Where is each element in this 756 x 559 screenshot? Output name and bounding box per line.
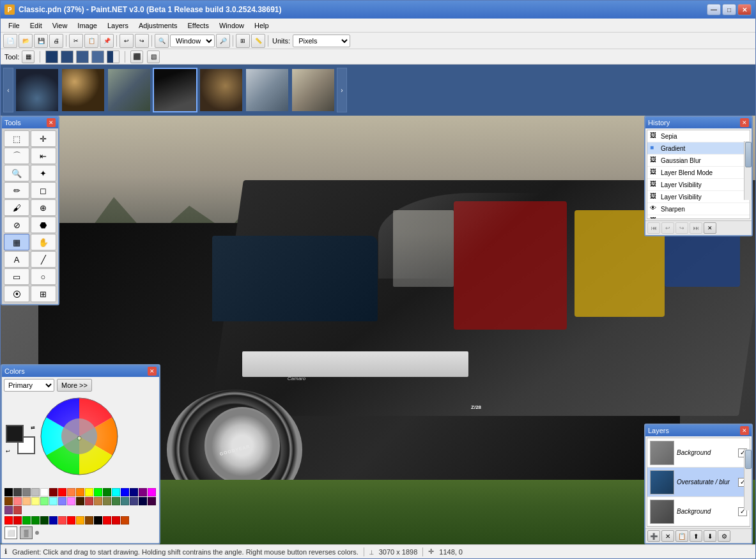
layer-background-bottom[interactable]: Background ✓ bbox=[647, 497, 750, 526]
extra-swatch-10[interactable] bbox=[85, 516, 93, 525]
foreground-color-box[interactable] bbox=[6, 425, 24, 443]
thumb-next-button[interactable]: › bbox=[337, 68, 347, 112]
swatch-cyan[interactable] bbox=[112, 488, 120, 496]
layers-scrollbar-thumb[interactable] bbox=[745, 450, 752, 469]
menu-edit[interactable]: Edit bbox=[25, 20, 47, 31]
magic-wand-tool[interactable]: ✦ bbox=[31, 165, 56, 181]
extra-swatch-12[interactable] bbox=[103, 516, 111, 525]
history-undo-button[interactable]: ↩ bbox=[661, 222, 674, 234]
extra-swatch-6[interactable] bbox=[49, 516, 58, 525]
extra-swatch-3[interactable] bbox=[22, 516, 31, 525]
print-button[interactable]: 🖨 bbox=[49, 34, 63, 48]
history-first-button[interactable]: ⏮ bbox=[647, 222, 660, 234]
swatch-gray[interactable] bbox=[22, 488, 31, 496]
color-mode-dropdown[interactable]: Primary Secondary bbox=[4, 379, 54, 392]
swatch-darkbrown[interactable] bbox=[76, 497, 84, 505]
hand-tool[interactable]: ✋ bbox=[31, 234, 56, 250]
menu-layers[interactable]: Layers bbox=[102, 20, 134, 31]
zoom-out-button[interactable]: 🔍 bbox=[155, 34, 169, 48]
redo-button[interactable]: ↪ bbox=[135, 34, 149, 48]
thumbnail-7[interactable] bbox=[291, 68, 336, 112]
more-colors-button[interactable]: More >> bbox=[57, 379, 92, 392]
swatch-darkred[interactable] bbox=[49, 488, 58, 496]
units-dropdown[interactable]: Pixels Inches Centimeters bbox=[293, 34, 350, 47]
menu-file[interactable]: File bbox=[3, 20, 25, 31]
layer-oversaturate[interactable]: Oversaturate / blur ✓ bbox=[647, 468, 750, 497]
close-button[interactable]: ✕ bbox=[737, 4, 752, 15]
swatch-olivegreen[interactable] bbox=[112, 497, 120, 505]
blend-square-4[interactable] bbox=[91, 50, 104, 63]
history-item-layername1[interactable]: 🖼 Layer Name bbox=[647, 215, 750, 219]
history-scrollbar-thumb[interactable] bbox=[745, 142, 752, 167]
extra-swatch-11[interactable] bbox=[94, 516, 102, 525]
swatch-midnight[interactable] bbox=[139, 497, 147, 505]
menu-help[interactable]: Help bbox=[249, 20, 274, 31]
color-picker-tool[interactable]: ⦿ bbox=[4, 286, 29, 302]
layers-scrollbar[interactable] bbox=[744, 449, 752, 510]
swatch-lime[interactable] bbox=[94, 488, 102, 496]
paintbrush-tool[interactable]: 🖌 bbox=[4, 199, 29, 216]
layer-properties-button[interactable]: ⚙ bbox=[718, 530, 730, 542]
swap-colors-button[interactable]: ⇄ bbox=[31, 425, 35, 431]
history-item-sharpen[interactable]: 👁 Sharpen bbox=[647, 203, 750, 215]
copy-button[interactable]: 📋 bbox=[84, 34, 98, 48]
clone-stamp-tool[interactable]: ⊕ bbox=[31, 199, 56, 216]
duplicate-layer-button[interactable]: 📋 bbox=[675, 530, 688, 542]
history-clear-button[interactable]: ✕ bbox=[704, 222, 716, 234]
swatch-lightblue[interactable] bbox=[58, 497, 66, 505]
swatch-crimson[interactable] bbox=[13, 506, 22, 514]
swatch-teal[interactable] bbox=[121, 497, 129, 505]
thumbnail-5[interactable] bbox=[199, 68, 243, 112]
minimize-button[interactable]: — bbox=[707, 4, 721, 15]
text-tool[interactable]: A bbox=[4, 251, 29, 268]
move-layer-down-button[interactable]: ⬇ bbox=[704, 530, 716, 542]
zoom-tool[interactable]: 🔍 bbox=[4, 165, 29, 181]
thumbnail-6[interactable] bbox=[245, 68, 289, 112]
rectangle-select-tool[interactable]: ⬚ bbox=[4, 130, 29, 147]
swatch-darkgray[interactable] bbox=[13, 488, 22, 496]
menu-effects[interactable]: Effects bbox=[183, 20, 214, 31]
layer-background-top[interactable]: Background ✓ bbox=[647, 438, 750, 468]
extra-swatch-8[interactable] bbox=[67, 516, 75, 525]
swatch-black[interactable] bbox=[4, 488, 13, 496]
fill-tool[interactable]: ⬣ bbox=[31, 217, 56, 233]
blend-square-2[interactable] bbox=[61, 50, 73, 63]
swatch-white[interactable] bbox=[40, 488, 49, 496]
tools-close-button[interactable]: ✕ bbox=[47, 118, 56, 127]
history-item-sepia[interactable]: 🖼 Sepia bbox=[647, 130, 750, 142]
thumbnail-1[interactable] bbox=[15, 68, 59, 112]
blend-square-3[interactable] bbox=[76, 50, 89, 63]
history-close-button[interactable]: ✕ bbox=[740, 118, 749, 127]
extra-swatch-13[interactable] bbox=[112, 516, 120, 525]
color-wheel-container[interactable] bbox=[38, 395, 127, 484]
swatch-darkpurple[interactable] bbox=[148, 497, 156, 505]
extra-swatch-2[interactable] bbox=[13, 516, 22, 525]
lasso-tool[interactable]: ⌒ bbox=[4, 148, 29, 164]
history-item-visibility2[interactable]: 🖼 Layer Visibility bbox=[647, 191, 750, 203]
swatch-yellow[interactable] bbox=[85, 488, 93, 496]
add-layer-button[interactable]: ➕ bbox=[647, 530, 660, 542]
mode-button[interactable]: ⬛ bbox=[130, 50, 143, 63]
history-last-button[interactable]: ⏭ bbox=[690, 222, 702, 234]
ruler-button[interactable]: 📏 bbox=[251, 34, 265, 48]
swatch-red[interactable] bbox=[58, 488, 66, 496]
transparency-button[interactable]: ▒ bbox=[20, 526, 33, 539]
cut-button[interactable]: ✂ bbox=[69, 34, 83, 48]
gradient-tool[interactable]: ▦ bbox=[4, 234, 29, 250]
move-tool[interactable]: ✛ bbox=[31, 130, 56, 147]
menu-image[interactable]: Image bbox=[72, 20, 102, 31]
swatch-lightyellow[interactable] bbox=[31, 497, 40, 505]
history-scrollbar[interactable] bbox=[744, 141, 752, 200]
swatch-blue[interactable] bbox=[121, 488, 129, 496]
menu-view[interactable]: View bbox=[47, 20, 73, 31]
extra-swatch-9[interactable] bbox=[76, 516, 84, 525]
grid-button[interactable]: ⊞ bbox=[236, 34, 250, 48]
blend-square-1[interactable] bbox=[45, 50, 58, 63]
color-outline-button[interactable]: ⬜ bbox=[4, 526, 17, 539]
blend-square-5[interactable] bbox=[107, 50, 120, 63]
color-picker-small[interactable] bbox=[35, 531, 39, 535]
eraser-tool[interactable]: ◻ bbox=[31, 182, 56, 199]
line-curve-tool[interactable]: ╱ bbox=[31, 251, 56, 268]
move-selection-tool[interactable]: ⇤ bbox=[31, 148, 56, 164]
history-item-blend[interactable]: 🖼 Layer Blend Mode bbox=[647, 167, 750, 179]
